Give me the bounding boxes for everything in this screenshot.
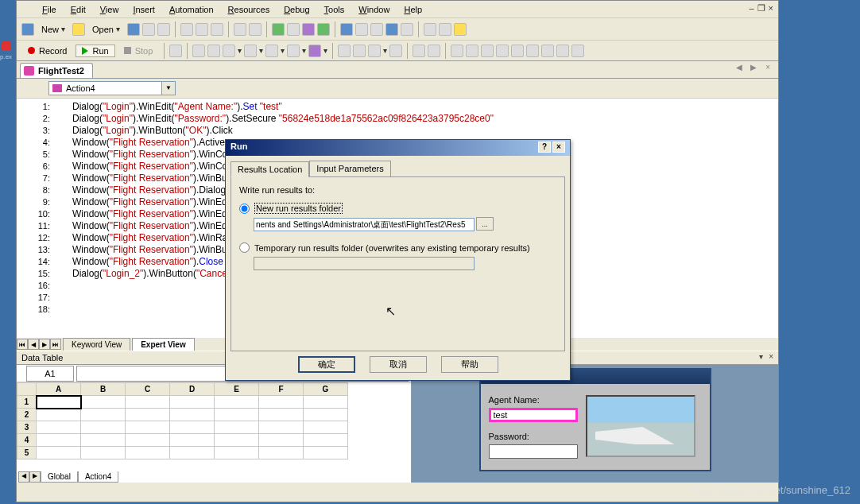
saveall-icon[interactable]: [142, 23, 155, 36]
cancel-button[interactable]: 取消: [370, 356, 427, 373]
watermark: https://blog.csdn.net/sunshine_612: [691, 484, 850, 496]
login-image: [586, 395, 695, 457]
t9-icon[interactable]: [353, 45, 366, 57]
help-icon[interactable]: ?: [538, 142, 551, 153]
t16-icon[interactable]: [481, 45, 494, 57]
paste-icon[interactable]: [211, 23, 223, 36]
line-gutter: 1:2:3:4: 5:6:7:8: 9:10:11:12: 13:14:15:1…: [17, 99, 64, 316]
results-icon[interactable]: [401, 23, 413, 36]
record-button[interactable]: Record: [21, 45, 73, 57]
ok-button[interactable]: 确定: [298, 356, 355, 373]
window3-icon[interactable]: [454, 23, 467, 36]
menu-tools[interactable]: Tools: [318, 3, 351, 16]
tab-keyword-view[interactable]: Keyword View: [63, 338, 130, 351]
redo-icon[interactable]: [249, 23, 261, 36]
step-icon[interactable]: [169, 45, 182, 57]
sheet-action4[interactable]: Action4: [78, 471, 118, 483]
action-dropdown[interactable]: Action4: [48, 81, 176, 95]
tab-input-parameters[interactable]: Input Parameters: [309, 161, 390, 176]
panel-close-icon[interactable]: ×: [769, 352, 775, 361]
t19-icon[interactable]: [526, 45, 539, 57]
doc-tab-flighttest2[interactable]: FlightTest2: [20, 63, 93, 78]
close-icon[interactable]: ×: [769, 3, 773, 14]
help-button[interactable]: 帮助: [441, 356, 498, 373]
open-icon[interactable]: [72, 23, 85, 36]
sheet-global[interactable]: Global: [41, 471, 78, 483]
t5-icon[interactable]: [265, 45, 278, 57]
toolbar-run: Record Run Stop ▾ ▾ ▾ ▾ ▾ ▾: [17, 41, 778, 61]
t7-icon[interactable]: [308, 45, 321, 57]
temp-path-input[interactable]: [254, 257, 475, 270]
t21-icon[interactable]: [556, 45, 569, 57]
t12-icon[interactable]: [413, 45, 425, 57]
open-button[interactable]: Open▾: [87, 22, 125, 37]
t2-icon[interactable]: [207, 45, 220, 57]
results-path-input[interactable]: [254, 218, 475, 231]
t22-icon[interactable]: [571, 45, 584, 57]
tab-expert-view[interactable]: Expert View: [132, 338, 195, 351]
window1-icon[interactable]: [424, 23, 436, 36]
run-dialog: Run ? × Results Location Input Parameter…: [225, 139, 571, 381]
table-icon[interactable]: [355, 23, 368, 36]
new-button[interactable]: New▾: [37, 22, 70, 37]
menu-file[interactable]: File: [36, 3, 63, 16]
menu-edit[interactable]: Edit: [64, 3, 92, 16]
panel-pin-icon[interactable]: ▾: [759, 352, 765, 361]
t4-icon[interactable]: [244, 45, 257, 57]
t3-icon[interactable]: [223, 45, 235, 57]
info-icon[interactable]: [385, 23, 398, 36]
menu-insert[interactable]: Insert: [126, 3, 161, 16]
menu-debug[interactable]: Debug: [277, 3, 316, 16]
t18-icon[interactable]: [511, 45, 524, 57]
record-icon: [28, 47, 35, 54]
t20-icon[interactable]: [541, 45, 554, 57]
save-icon[interactable]: [127, 23, 140, 36]
t10-icon[interactable]: [368, 45, 381, 57]
menu-help[interactable]: Help: [397, 3, 428, 16]
cut-icon[interactable]: [180, 23, 193, 36]
tab-results-location[interactable]: Results Location: [230, 161, 309, 177]
t15-icon[interactable]: [466, 45, 478, 57]
undo-icon[interactable]: [234, 23, 246, 36]
copy-icon[interactable]: [196, 23, 208, 36]
browse-button[interactable]: ...: [476, 217, 494, 231]
t17-icon[interactable]: [496, 45, 509, 57]
restore-icon[interactable]: ❐: [757, 3, 765, 14]
password-label: Password:: [489, 432, 578, 441]
dialog-close-icon[interactable]: ×: [552, 142, 565, 153]
radio-new-folder-label: New run results folder: [254, 203, 343, 214]
data-table-panel: A1 ABCDEFG 1 2 3 4 5 ◀▶ Global Action4: [17, 365, 412, 483]
t13-icon[interactable]: [428, 45, 440, 57]
action-icon: [52, 84, 62, 92]
check-icon[interactable]: [317, 23, 330, 36]
menu-view[interactable]: View: [94, 3, 126, 16]
screen-icon[interactable]: [370, 23, 383, 36]
t11-icon[interactable]: [389, 45, 402, 57]
grid-icon[interactable]: [340, 23, 353, 36]
radio-temp-folder[interactable]: [239, 242, 250, 253]
object-spy-icon[interactable]: [287, 23, 300, 36]
menu-automation[interactable]: Automation: [163, 3, 220, 16]
menubar: File Edit View Insert Automation Resourc…: [17, 1, 778, 18]
doc-tabs: FlightTest2 ◀ ▶ ×: [17, 61, 778, 79]
t14-icon[interactable]: [451, 45, 463, 57]
password-input[interactable]: [489, 444, 578, 459]
t6-icon[interactable]: [287, 45, 300, 57]
recovery-icon[interactable]: [302, 23, 315, 36]
new-doc-icon[interactable]: [21, 23, 34, 36]
t1-icon[interactable]: [192, 45, 205, 57]
menu-window[interactable]: Window: [352, 3, 396, 16]
t8-icon[interactable]: [338, 45, 351, 57]
agent-name-input[interactable]: [489, 408, 578, 422]
print-icon[interactable]: [157, 23, 170, 36]
data-grid[interactable]: ABCDEFG 1 2 3 4 5 ◀▶ Global Action4: [17, 382, 411, 483]
radio-new-folder[interactable]: [239, 204, 250, 214]
stop-button[interactable]: Stop: [118, 45, 160, 57]
window2-icon[interactable]: [439, 23, 451, 36]
run-button[interactable]: Run: [76, 45, 114, 57]
active-screen-panel: Login Agent Name: Password:: [412, 365, 778, 483]
object-repo-icon[interactable]: [272, 23, 285, 36]
minimize-icon[interactable]: –: [749, 3, 753, 14]
menu-resources[interactable]: Resources: [222, 3, 277, 16]
tab-nav[interactable]: ◀ ▶ ×: [736, 63, 773, 72]
